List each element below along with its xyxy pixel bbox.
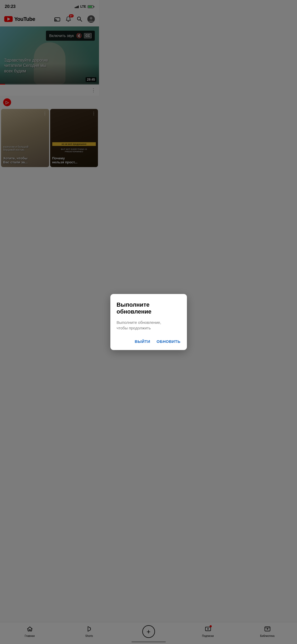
modal-overlay bbox=[0, 0, 99, 215]
